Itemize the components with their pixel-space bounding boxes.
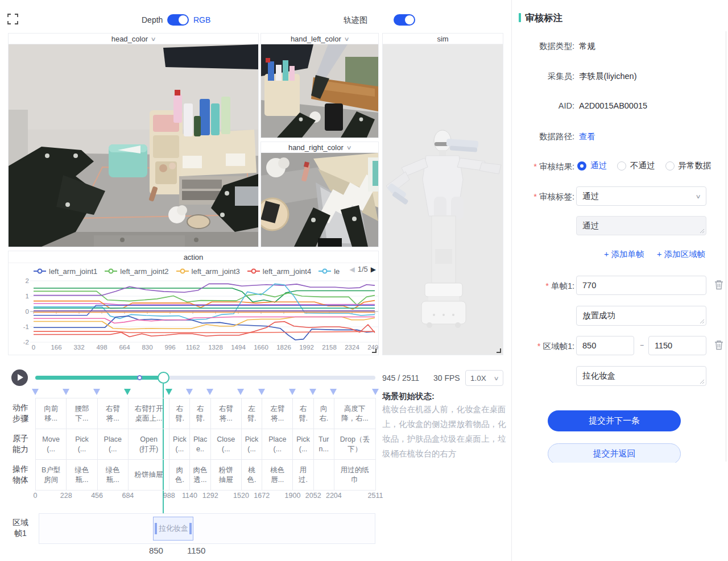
legend-pager[interactable]: ◀ 1/5 ▶ [347,265,376,273]
step-marker-icon[interactable] [186,389,193,395]
action-step-cell[interactable]: 腰部 下... [67,398,97,429]
single-frame-input[interactable]: 770 [576,276,706,295]
panel-resize-handle[interactable] [372,348,377,353]
action-step-cell[interactable]: 向前 移... [36,398,67,429]
delete-region-frame-icon[interactable] [714,340,723,350]
action-step-cell[interactable]: 右 臂. [190,398,210,429]
operated-object-cell[interactable]: 桃 色. [242,460,262,491]
data-path-link[interactable]: 查看 [579,131,595,142]
atomic-skill-cell[interactable]: Pick (... [242,429,262,460]
legend-item[interactable]: le [318,267,340,276]
result-radio-option[interactable]: 异常数据 [665,160,712,171]
play-button[interactable] [11,369,28,386]
resize-grip-icon[interactable] [700,319,705,324]
result-radio-option[interactable]: 通过 [577,160,607,171]
resize-grip-icon[interactable] [700,379,705,384]
operated-object-cell[interactable]: 用 过. [293,460,313,491]
action-step-cell[interactable]: 右 臂. [169,398,190,429]
radio-icon[interactable] [665,161,675,171]
action-step-cell[interactable]: 向 右. [314,398,334,429]
atomic-skill-cell[interactable]: Open (打开) [129,429,169,460]
submit-back-button[interactable]: 提交并返回 [548,443,681,463]
step-marker-icon[interactable] [124,389,131,395]
single-frame-note-value: 放置成功 [582,310,615,321]
pager-next-icon[interactable]: ▶ [371,265,376,273]
step-marker-icon[interactable] [63,389,69,395]
action-step-cell[interactable]: 右 臂. [293,398,313,429]
submit-next-button[interactable]: 提交并下一条 [548,410,681,431]
resize-grip-icon[interactable] [700,228,705,234]
svg-text:-2: -2 [23,339,29,346]
operated-object-cell[interactable]: 肉色 透... [190,460,210,491]
scrollbar-track[interactable] [726,31,726,462]
step-marker-icon[interactable] [237,389,244,395]
atomic-skill-cell[interactable]: Close (... [211,429,242,460]
step-marker-icon[interactable] [32,389,39,395]
atomic-skill-cell[interactable]: Tur n... [314,429,334,460]
atomic-skill-cell[interactable]: Drop（丢 下） [334,429,376,460]
radio-icon[interactable] [617,161,626,171]
region-block[interactable]: 拉化妆盒 [153,517,193,541]
operated-object-cell[interactable]: 用过的纸 巾 [334,460,376,491]
region-end-input[interactable]: 1150 [648,336,706,355]
region-note-textarea[interactable]: 拉化妆盒 [576,366,706,386]
step-marker-icon[interactable] [258,389,265,395]
atomic-skill-cell[interactable]: Pick (... [293,429,313,460]
step-marker-icon[interactable] [289,389,296,395]
single-frame-note-textarea[interactable]: 放置成功 [576,306,706,326]
step-marker-icon[interactable] [309,389,316,395]
add-region-frame-link[interactable]: + 添加区域帧 [657,249,705,260]
operated-object-cell[interactable]: B户型 房间 [36,460,67,491]
atomic-skill-cell[interactable]: Pick (... [67,429,97,460]
step-marker-icon[interactable] [166,389,172,395]
region-handle-right[interactable] [189,523,192,534]
chart-legend: left_arm_joint1 left_arm_joint2 left_arm… [14,264,374,279]
step-marker-icon[interactable] [330,389,337,395]
step-marker-icon[interactable] [372,389,379,395]
operated-object-cell[interactable]: 绿色 瓶... [98,460,129,491]
single-frame-marker[interactable] [137,375,142,380]
legend-item[interactable]: left_arm_joint2 [105,267,168,276]
depth-rgb-toggle[interactable] [167,14,189,26]
legend-item[interactable]: left_arm_joint4 [247,267,311,276]
speed-select[interactable]: 1.0X ∨ [465,370,503,386]
tag-note-textarea[interactable]: 通过 [576,216,706,235]
action-step-cell[interactable]: 左臂 将... [262,398,293,429]
atomic-skill-cell[interactable]: Place (... [98,429,129,460]
hand-right-camera-header[interactable]: hand_right_color∨ [261,142,378,153]
action-step-cell[interactable]: 右臂 将... [98,398,129,429]
legend-item[interactable]: left_arm_joint1 [34,267,97,276]
atomic-skill-cell[interactable]: Plac e.. [190,429,210,460]
hand-left-camera-header[interactable]: hand_left_color∨ [261,34,378,44]
panel-resize-handle[interactable] [497,348,501,353]
fullscreen-icon[interactable] [7,14,18,24]
atomic-skill-cell[interactable]: Place (... [262,429,293,460]
operated-object-cell[interactable]: 绿色 瓶... [67,460,97,491]
operated-object-cell[interactable]: 肉 色. [169,460,190,491]
tag-select[interactable]: 通过 ∨ [576,186,706,206]
step-marker-icon[interactable] [206,389,213,395]
operated-object-cell[interactable] [314,460,334,491]
operated-object-cell[interactable]: 粉饼 抽屉 [211,460,242,491]
head-camera-header[interactable]: head_color∨ [9,34,258,44]
timeline-handle[interactable] [158,372,169,384]
result-radio-option[interactable]: 不通过 [617,160,655,171]
step-marker-icon[interactable] [93,389,100,395]
region-start-input[interactable]: 850 [576,336,634,355]
action-step-cell[interactable]: 左 臂. [242,398,262,429]
radio-icon[interactable] [577,161,586,171]
action-step-cell[interactable]: 高度下 降，右... [334,398,376,429]
legend-item[interactable]: left_arm_joint3 [176,267,240,276]
add-single-frame-link[interactable]: + 添加单帧 [604,249,644,260]
region-track[interactable]: 拉化妆盒 [39,513,375,544]
atomic-skill-cell[interactable]: Pick (... [169,429,190,460]
delete-single-frame-icon[interactable] [714,280,723,290]
operated-object-cell[interactable]: 粉饼抽屉 [129,460,169,491]
region-handle-left[interactable] [155,523,157,534]
trajectory-toggle[interactable] [394,14,415,26]
operated-object-cell[interactable]: 桃色 唇... [262,460,293,491]
action-step-cell[interactable]: 右臂 将... [211,398,242,429]
pager-prev-icon[interactable]: ◀ [349,265,354,273]
atomic-skill-cell[interactable]: Move (... [36,429,67,460]
action-step-cell[interactable]: 右臂打开 桌面上... [129,398,169,429]
